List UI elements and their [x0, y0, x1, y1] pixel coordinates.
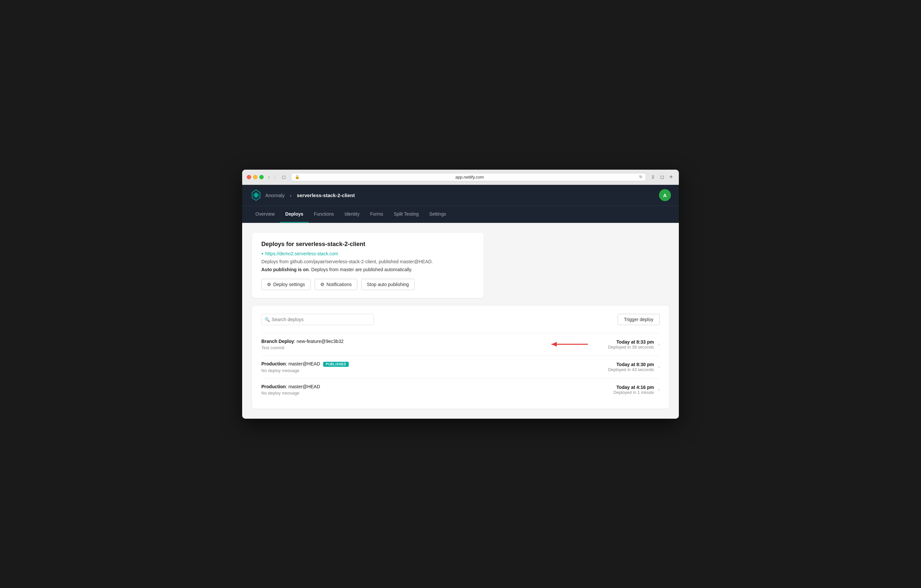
deploy-info-card: Deploys for serverless-stack-2-client ht…	[252, 233, 484, 298]
add-tab-button[interactable]: +	[668, 174, 674, 180]
sub-nav: Overview Deploys Functions Identity Form…	[242, 206, 679, 223]
deploy-row-time: Today at 8:30 pm Deployed in 43 seconds	[601, 362, 654, 372]
svg-marker-4	[552, 342, 557, 347]
deploy-ref: : master@HEAD	[286, 384, 320, 389]
deploy-row[interactable]: Branch Deploy: new-feature@9ec3b32 Test …	[261, 333, 660, 356]
nav-item-forms[interactable]: Forms	[365, 206, 389, 223]
app-container: Anomaly › serverless-stack-2-client A Ov…	[242, 185, 679, 419]
deploy-row-message: No deploy message	[261, 368, 535, 373]
deploy-time-main: Today at 8:33 pm	[601, 339, 654, 344]
deploy-info-autopublish: Auto publishing is on. Deploys from mast…	[261, 267, 474, 272]
deploy-settings-label: Deploy settings	[273, 282, 305, 287]
nav-item-functions[interactable]: Functions	[309, 206, 339, 223]
sidebar-toggle-button[interactable]: ◻	[280, 174, 288, 180]
search-input[interactable]	[261, 314, 374, 325]
nav-item-deploys[interactable]: Deploys	[280, 206, 308, 223]
deploy-row[interactable]: Production: master@HEAD PUBLISHED No dep…	[261, 356, 660, 378]
new-tab-button[interactable]: ◻	[659, 173, 666, 180]
brand-name[interactable]: Anomaly	[265, 192, 285, 198]
nav-item-settings[interactable]: Settings	[424, 206, 452, 223]
deploy-row-info: Production: master@HEAD No deploy messag…	[261, 384, 535, 396]
trigger-deploy-button[interactable]: Trigger deploy	[618, 314, 660, 325]
reload-button[interactable]: ↻	[639, 175, 643, 179]
avatar[interactable]: A	[659, 189, 671, 201]
browser-chrome: ‹ › ◻ 🔒 app.netlify.com ↻ ⇫ ◻ +	[242, 170, 679, 185]
project-name: serverless-stack-2-client	[297, 192, 355, 198]
deploy-type: Production	[261, 361, 286, 366]
deploy-row-chevron[interactable]: ›	[658, 387, 660, 393]
back-button[interactable]: ‹	[267, 174, 271, 180]
forward-button[interactable]: ›	[273, 174, 277, 180]
deploy-settings-button[interactable]: ⚙ Deploy settings	[261, 279, 311, 290]
deploy-row-message: No deploy message	[261, 391, 535, 396]
deploy-row-title: Production: master@HEAD	[261, 384, 535, 389]
deploy-row[interactable]: Production: master@HEAD No deploy messag…	[261, 378, 660, 401]
deploy-row-message: Test commit	[261, 345, 535, 350]
deploy-info-title: Deploys for serverless-stack-2-client	[261, 241, 474, 248]
address-bar: 🔒 app.netlify.com ↻	[291, 173, 646, 181]
stop-auto-publishing-label: Stop auto publishing	[367, 282, 409, 287]
deploy-row-chevron[interactable]: ›	[658, 364, 660, 370]
nav-item-overview[interactable]: Overview	[250, 206, 280, 223]
lock-icon: 🔒	[295, 175, 300, 179]
search-icon: 🔍	[265, 317, 270, 322]
deploy-type: Production	[261, 384, 286, 389]
deploy-row-info: Production: master@HEAD PUBLISHED No dep…	[261, 361, 535, 373]
gear-icon: ⚙	[267, 282, 271, 287]
deploy-time-main: Today at 8:30 pm	[601, 362, 654, 367]
minimize-button[interactable]	[253, 175, 257, 179]
deploy-type: Branch Deploy	[261, 339, 294, 344]
netlify-logo-icon[interactable]	[250, 189, 262, 201]
deploy-list-card: 🔍 Trigger deploy Branch Deploy: new-feat…	[252, 306, 669, 409]
autopublish-status: Auto publishing is on	[261, 267, 309, 272]
top-nav: Anomaly › serverless-stack-2-client A	[242, 185, 679, 206]
deploy-time-duration: Deployed in 39 seconds	[601, 344, 654, 349]
deploy-published-badge: PUBLISHED	[323, 362, 348, 367]
content-area: Deploys for serverless-stack-2-client ht…	[242, 223, 679, 419]
deploy-row-time: Today at 4:16 pm Deployed in 1 minute	[601, 385, 654, 395]
deploy-time-duration: Deployed in 43 seconds	[601, 367, 654, 372]
gear-icon-2: ⚙	[320, 282, 325, 287]
stop-auto-publishing-button[interactable]: Stop auto publishing	[361, 279, 415, 290]
maximize-button[interactable]	[259, 175, 264, 179]
url-display[interactable]: app.netlify.com	[302, 175, 637, 180]
deploy-row-chevron[interactable]: ›	[658, 341, 660, 347]
notifications-label: Notifications	[327, 282, 351, 287]
nav-item-split-testing[interactable]: Split Testing	[388, 206, 424, 223]
deploy-row-info: Branch Deploy: new-feature@9ec3b32 Test …	[261, 339, 535, 350]
deploy-search-row: 🔍 Trigger deploy	[261, 314, 660, 325]
search-input-wrapper: 🔍	[261, 314, 374, 325]
deploy-time-main: Today at 4:16 pm	[601, 385, 654, 390]
deploy-row-title: Production: master@HEAD PUBLISHED	[261, 361, 535, 367]
traffic-lights	[247, 175, 264, 179]
deploy-site-link[interactable]: https://demo2.serverless-stack.com	[261, 251, 474, 256]
deploy-time-duration: Deployed in 1 minute	[601, 390, 654, 395]
nav-item-identity[interactable]: Identity	[339, 206, 365, 223]
browser-window: ‹ › ◻ 🔒 app.netlify.com ↻ ⇫ ◻ +	[242, 170, 679, 419]
deploy-ref: : new-feature@9ec3b32	[294, 339, 344, 344]
share-button[interactable]: ⇫	[649, 173, 657, 180]
notifications-button[interactable]: ⚙ Notifications	[315, 279, 357, 290]
deploy-row-title: Branch Deploy: new-feature@9ec3b32	[261, 339, 535, 344]
red-left-arrow-icon	[545, 340, 591, 348]
close-button[interactable]	[247, 175, 251, 179]
deploy-info-source: Deploys from github.com/jayair/serverles…	[261, 259, 474, 264]
deploy-row-time: Today at 8:33 pm Deployed in 39 seconds	[601, 339, 654, 349]
deploy-arrow-indicator	[535, 340, 601, 348]
breadcrumb-separator: ›	[290, 192, 291, 198]
autopublish-suffix: . Deploys from master are published auto…	[309, 267, 412, 272]
deploy-actions: ⚙ Deploy settings ⚙ Notifications Stop a…	[261, 279, 474, 290]
deploy-ref: : master@HEAD	[286, 361, 320, 366]
